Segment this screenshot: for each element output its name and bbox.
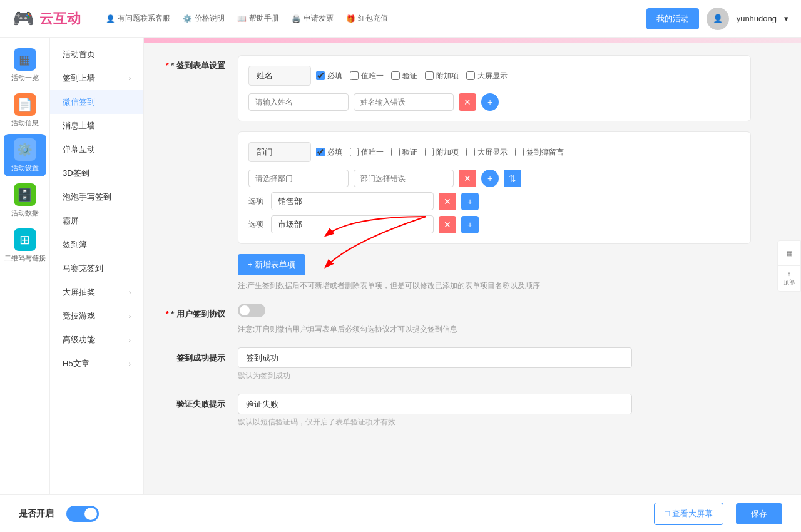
sidebar-item-activity-info[interactable]: 📄 活动信息 [4, 89, 46, 131]
sign-success-content: 默认为签到成功 [238, 347, 782, 381]
dept-error-input[interactable] [354, 170, 454, 187]
sidebar-item-activity-list[interactable]: ▦ 活动一览 [4, 44, 46, 86]
nav-right: 我的活动 👤 yunhudong ▾ [646, 8, 788, 30]
dept-unique-checkbox[interactable]: 值唯一 [350, 147, 384, 158]
dept-placeholder-input[interactable] [248, 170, 349, 187]
dept-option-add-2[interactable]: + [461, 216, 479, 233]
add-form-item-button[interactable]: + 新增表单项 [238, 254, 305, 275]
dept-option-delete-2[interactable]: ✕ [439, 216, 456, 233]
chevron-icon-advanced: › [129, 337, 131, 344]
up-icon: ↑ [788, 270, 791, 277]
sidebar-item-3d-checkin[interactable]: 3D签到 [50, 161, 143, 185]
verify-fail-input[interactable] [238, 394, 632, 414]
sidebar-item-esports[interactable]: 竞技游戏 › [50, 304, 143, 328]
name-field-inputs: ✕ + [248, 93, 740, 111]
avatar: 👤 [707, 8, 729, 30]
name-field-card: 姓名 必填 值唯一 [238, 55, 751, 121]
dept-option-delete-1[interactable]: ✕ [439, 193, 456, 210]
form-fields-section: * * 签到表单设置 姓名 必填 [163, 55, 782, 291]
nav-link-price[interactable]: ⚙️价格说明 [183, 13, 225, 24]
sidebar-item-activity-data[interactable]: 🗄️ 活动数据 [4, 179, 46, 222]
verify-fail-hint: 默认以短信验证码，仅开启了表单验证项才有效 [238, 417, 782, 427]
form-fields-container: 姓名 必填 值唯一 [238, 55, 751, 291]
name-unique-checkbox[interactable]: 值唯一 [350, 71, 384, 81]
sidebar-item-qrcode[interactable]: ⊞ 二维码与链接 [4, 224, 46, 267]
nav-link-invoice[interactable]: 🖨️申请发票 [292, 13, 334, 24]
right-toolbar: ▦ ↑ 顶部 [777, 240, 801, 292]
name-bigscreen-checkbox[interactable]: 大屏显示 [466, 71, 508, 81]
sign-success-input[interactable] [238, 347, 632, 368]
layout: ▦ 活动一览 📄 活动信息 ⚙️ 活动设置 🗄️ 活动数据 ⊞ 二维码与链接 活… [0, 38, 801, 532]
top-nav: 🎮 云互动 👤有问题联系客服 ⚙️价格说明 📖帮助手册 🖨️申请发票 🎁红包充值… [0, 0, 801, 38]
sidebar-item-h5[interactable]: H5文章 › [50, 352, 143, 376]
top-pink-bar [144, 38, 801, 43]
name-field-checkboxes: 必填 值唯一 验证 [316, 71, 508, 81]
sidebar-item-advanced[interactable]: 高级功能 › [50, 328, 143, 352]
dept-field-top-row: 部门 必填 值唯一 [248, 142, 740, 162]
sidebar-item-mosaic-checkin[interactable]: 马赛克签到 [50, 257, 143, 280]
sidebar-item-message-wall[interactable]: 消息上墙 [50, 114, 143, 138]
sidebar-item-activity-settings[interactable]: ⚙️ 活动设置 [4, 134, 46, 176]
name-placeholder-input[interactable] [248, 93, 349, 111]
my-activity-button[interactable]: 我的活动 [646, 8, 699, 29]
dept-field-checkboxes: 必填 值唯一 验证 [316, 147, 564, 158]
enable-toggle[interactable] [66, 506, 99, 522]
form-section-label: * * 签到表单设置 [163, 55, 225, 71]
dept-guestbook-checkbox[interactable]: 签到簿留言 [515, 147, 564, 158]
sidebar-item-wechat-checkin[interactable]: 微信签到 [50, 90, 143, 114]
verify-fail-content: 默认以短信验证码，仅开启了表单验证项才有效 [238, 394, 782, 427]
dept-required-checkbox[interactable]: 必填 [316, 147, 342, 158]
dept-extra-checkbox[interactable]: 附加项 [425, 147, 459, 158]
dept-field-label: 部门 [248, 142, 311, 162]
name-required-checkbox[interactable]: 必填 [316, 71, 342, 81]
main-content: * * 签到表单设置 姓名 必填 [144, 38, 801, 532]
sub-sidebar: 活动首页 签到上墙 › 微信签到 消息上墙 弹幕互动 3D签到 泡泡手写签到 霸… [50, 38, 144, 532]
view-screen-button[interactable]: □ 查看大屏幕 [654, 503, 723, 525]
save-button[interactable]: 保存 [736, 503, 782, 524]
enable-label: 是否开启 [19, 508, 54, 519]
screen-icon: □ [665, 509, 670, 518]
username: yunhudong [737, 14, 777, 23]
name-error-input[interactable] [354, 93, 454, 111]
dept-option-input-1[interactable] [271, 192, 434, 210]
verify-fail-label: 验证失败提示 [163, 394, 225, 410]
nav-link-redpacket[interactable]: 🎁红包充值 [346, 13, 388, 24]
name-field-label: 姓名 [248, 66, 311, 86]
name-add-button[interactable]: + [481, 93, 499, 111]
sidebar-item-dominate[interactable]: 霸屏 [50, 209, 143, 233]
sidebar-item-checkin-book[interactable]: 签到簿 [50, 233, 143, 257]
toolbar-grid-btn[interactable]: ▦ [778, 241, 800, 266]
sidebar-item-homepage[interactable]: 活动首页 [50, 43, 143, 66]
chevron-icon-esports: › [129, 313, 131, 320]
dept-delete-button[interactable]: ✕ [459, 170, 476, 187]
chevron-icon-h5: › [129, 361, 131, 367]
icon-sidebar: ▦ 活动一览 📄 活动信息 ⚙️ 活动设置 🗄️ 活动数据 ⊞ 二维码与链接 [0, 38, 50, 532]
sidebar-item-bigscreen-lottery[interactable]: 大屏抽奖 › [50, 280, 143, 304]
nav-link-help[interactable]: 📖帮助手册 [237, 13, 279, 24]
user-agreement-label: * * 用户签到协议 [163, 304, 225, 320]
sidebar-item-bubble-checkin[interactable]: 泡泡手写签到 [50, 185, 143, 209]
dept-option-add-1[interactable]: + [461, 193, 479, 210]
name-extra-checkbox[interactable]: 附加项 [425, 71, 459, 81]
logo: 🎮 云互动 [13, 8, 81, 29]
dept-option-input-2[interactable] [271, 215, 434, 233]
logo-icon: 🎮 [13, 8, 34, 29]
dept-bigscreen-checkbox[interactable]: 大屏显示 [466, 147, 508, 158]
sign-success-row: 签到成功提示 默认为签到成功 [163, 347, 782, 381]
form-section: * * 签到表单设置 姓名 必填 [144, 43, 801, 453]
nav-link-support[interactable]: 👤有问题联系客服 [106, 13, 170, 24]
name-validate-checkbox[interactable]: 验证 [391, 71, 417, 81]
add-item-hint: 注:产生签到数据后不可新增或者删除表单项，但是可以修改已添加的表单项目名称以及顺… [238, 280, 751, 291]
dept-reorder-button[interactable]: ⇅ [504, 170, 521, 187]
dept-validate-checkbox[interactable]: 验证 [391, 147, 417, 158]
dept-option-row-2: 选项 ✕ + [248, 215, 740, 233]
name-delete-button[interactable]: ✕ [459, 93, 476, 111]
sidebar-item-checkin-wall[interactable]: 签到上墙 › [50, 66, 143, 90]
dept-add-circle-button[interactable]: + [481, 170, 499, 187]
toolbar-top-btn[interactable]: ↑ 顶部 [778, 266, 800, 291]
sidebar-item-bullet-chat[interactable]: 弹幕互动 [50, 138, 143, 161]
user-agreement-content: 注意:开启则微信用户填写表单后必须勾选协议才可以提交签到信息 [238, 304, 782, 335]
user-agreement-toggle[interactable] [238, 304, 265, 317]
nav-links: 👤有问题联系客服 ⚙️价格说明 📖帮助手册 🖨️申请发票 🎁红包充值 [106, 13, 646, 24]
user-agreement-row: * * 用户签到协议 注意:开启则微信用户填写表单后必须勾选协议才可以提交签到信… [163, 304, 782, 335]
